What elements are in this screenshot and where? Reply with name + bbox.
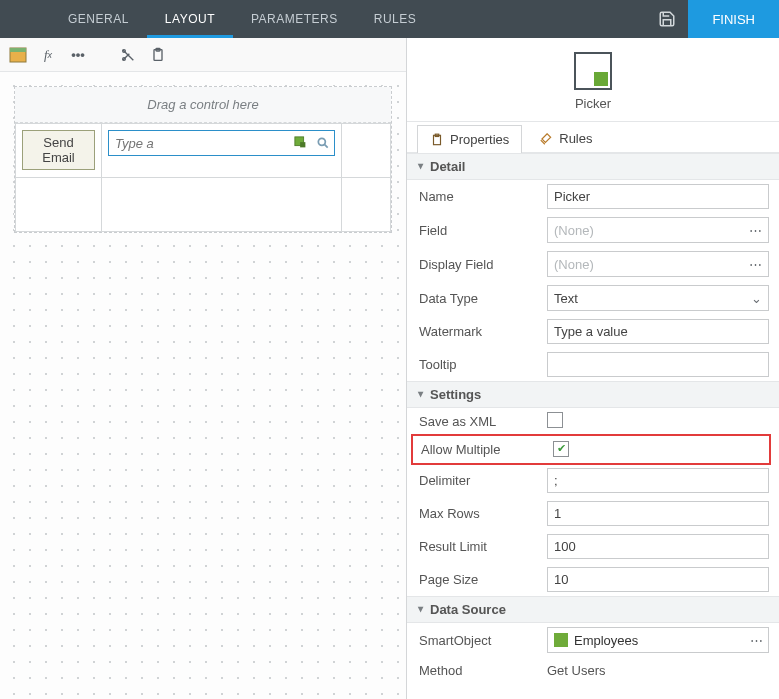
save-icon[interactable] (646, 0, 688, 38)
input-result-limit[interactable] (547, 534, 769, 559)
picker-resolve-icon[interactable] (290, 131, 312, 155)
paste-icon[interactable] (148, 45, 168, 65)
select-data-type-value: Text (554, 291, 744, 306)
drop-hint: Drag a control here (15, 87, 391, 123)
svg-line-3 (123, 53, 130, 60)
send-email-button[interactable]: Send Email (22, 130, 95, 170)
section-settings[interactable]: ▸ Settings (407, 381, 779, 408)
ellipsis-icon[interactable]: ⋯ (744, 633, 768, 648)
expression-icon[interactable]: fx (38, 45, 58, 65)
more-icon[interactable]: ••• (68, 45, 88, 65)
svg-rect-1 (10, 48, 26, 52)
label-field: Field (407, 217, 547, 244)
section-datasource-label: Data Source (430, 602, 506, 617)
picker-control[interactable] (108, 130, 335, 156)
input-page-size[interactable] (547, 567, 769, 592)
select-data-type[interactable]: Text ⌄ (547, 285, 769, 311)
tab-layout[interactable]: LAYOUT (147, 0, 233, 38)
input-name[interactable] (547, 184, 769, 209)
layout-table: Send Email (15, 123, 391, 232)
picker-input[interactable] (109, 131, 290, 155)
tab-properties[interactable]: Properties (417, 125, 522, 153)
select-smartobject[interactable]: Employees ⋯ (547, 627, 769, 653)
chevron-down-icon[interactable]: ⌄ (744, 291, 768, 306)
section-datasource[interactable]: ▸ Data Source (407, 596, 779, 623)
label-name: Name (407, 183, 547, 210)
chevron-down-icon: ▸ (416, 607, 427, 612)
canvas-toolbar: fx ••• (0, 38, 406, 72)
label-smartobject: SmartObject (407, 627, 547, 654)
cut-icon[interactable] (118, 45, 138, 65)
label-tooltip: Tooltip (407, 351, 547, 378)
input-tooltip[interactable] (547, 352, 769, 377)
input-delimiter[interactable] (547, 468, 769, 493)
select-display-field-value: (None) (554, 257, 744, 272)
form-container: Drag a control here Send Email (14, 86, 392, 233)
tab-rules-panel[interactable]: Rules (526, 124, 605, 152)
label-allow-multiple: Allow Multiple (413, 436, 553, 463)
select-smartobject-value: Employees (574, 633, 744, 648)
value-method: Get Users (547, 657, 779, 684)
view-page-icon[interactable] (8, 45, 28, 65)
select-display-field[interactable]: (None) ⋯ (547, 251, 769, 277)
section-detail-label: Detail (430, 159, 465, 174)
tab-rules[interactable]: RULES (356, 0, 435, 38)
svg-rect-9 (300, 142, 305, 147)
label-delimiter: Delimiter (407, 467, 547, 494)
tab-properties-label: Properties (450, 132, 509, 147)
checkbox-allow-multiple[interactable] (553, 441, 569, 457)
svg-line-11 (324, 144, 327, 147)
tab-parameters[interactable]: PARAMETERS (233, 0, 356, 38)
label-method: Method (407, 657, 547, 684)
select-field[interactable]: (None) ⋯ (547, 217, 769, 243)
label-max-rows: Max Rows (407, 500, 547, 527)
control-type-title: Picker (575, 96, 611, 111)
properties-panel: Picker Properties Rules ▸ (407, 38, 779, 699)
design-canvas[interactable]: Drag a control here Send Email (0, 72, 406, 699)
section-settings-label: Settings (430, 387, 481, 402)
picker-search-icon[interactable] (312, 131, 334, 155)
select-field-value: (None) (554, 223, 744, 238)
ellipsis-icon[interactable]: ⋯ (744, 223, 768, 238)
ellipsis-icon[interactable]: ⋯ (744, 257, 768, 272)
input-watermark[interactable] (547, 319, 769, 344)
svg-point-10 (318, 138, 325, 145)
picker-type-icon (574, 52, 612, 90)
top-tab-bar: GENERAL LAYOUT PARAMETERS RULES FINISH (0, 0, 779, 38)
section-detail[interactable]: ▸ Detail (407, 153, 779, 180)
checkbox-save-xml[interactable] (547, 412, 563, 428)
label-save-xml: Save as XML (407, 408, 547, 435)
label-watermark: Watermark (407, 318, 547, 345)
finish-button[interactable]: FINISH (688, 0, 779, 38)
chevron-down-icon: ▸ (416, 392, 427, 397)
properties-icon (430, 133, 444, 147)
row-allow-multiple-highlight: Allow Multiple (411, 434, 771, 465)
input-max-rows[interactable] (547, 501, 769, 526)
rules-icon (539, 132, 553, 146)
label-page-size: Page Size (407, 566, 547, 593)
smartobject-icon (554, 633, 568, 647)
tab-general[interactable]: GENERAL (50, 0, 147, 38)
chevron-down-icon: ▸ (416, 164, 427, 169)
label-display-field: Display Field (407, 251, 547, 278)
label-data-type: Data Type (407, 285, 547, 312)
label-result-limit: Result Limit (407, 533, 547, 560)
tab-rules-label: Rules (559, 131, 592, 146)
